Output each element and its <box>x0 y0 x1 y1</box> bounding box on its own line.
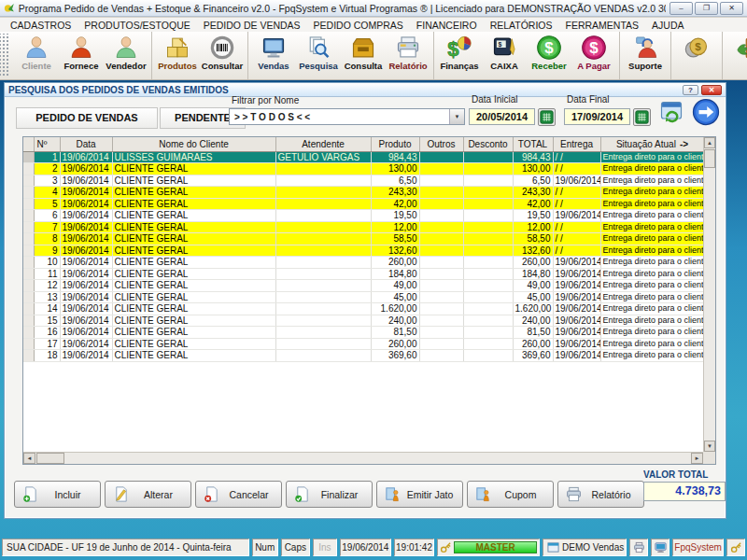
alterar-button[interactable]: Alterar <box>105 481 191 508</box>
row-selector-cell[interactable] <box>23 303 34 315</box>
order-row[interactable]: 2 19/06/2014 CLIENTE GERAL 130,00 130,00… <box>23 163 704 175</box>
order-row[interactable]: 15 19/06/2014 CLIENTE GERAL 240,00 240,0… <box>23 315 704 327</box>
col-data[interactable]: Data <box>60 137 112 151</box>
tab-pedido-de-vendas[interactable]: PEDIDO DE VENDAS <box>16 107 158 129</box>
order-row[interactable]: 7 19/06/2014 CLIENTE GERAL 12,00 12,00 /… <box>23 221 704 233</box>
vertical-scroll-thumb[interactable] <box>704 149 715 168</box>
toolbar-relatorio-button[interactable]: Relatório <box>386 33 430 78</box>
menu-pedido-de-vendas[interactable]: PEDIDO DE VENDAS <box>197 20 307 31</box>
row-selector-cell[interactable] <box>23 175 34 187</box>
horizontal-scroll-thumb[interactable] <box>36 453 64 464</box>
col-desconto[interactable]: Desconto <box>463 137 513 151</box>
restore-button[interactable]: ❐ <box>695 2 718 15</box>
row-selector-cell[interactable] <box>23 151 34 163</box>
order-row[interactable]: 8 19/06/2014 CLIENTE GERAL 58,50 58,50 /… <box>23 233 704 245</box>
toolbar-consulta-button[interactable]: Consulta <box>341 33 386 78</box>
go-search-button[interactable] <box>692 98 720 126</box>
col-entrega[interactable]: Entrega <box>553 137 600 151</box>
order-row[interactable]: 3 19/06/2014 CLIENTE GERAL 6,50 6,50 19/… <box>23 175 704 187</box>
row-selector-cell[interactable] <box>23 210 34 222</box>
row-selector-cell[interactable] <box>23 257 34 269</box>
toolbar-coins-button[interactable]: $ <box>674 33 719 78</box>
menu-financeiro[interactable]: FINANCEIRO <box>410 20 484 31</box>
scroll-up-icon[interactable]: ▲ <box>704 137 715 148</box>
status-computer-segment[interactable] <box>651 539 669 556</box>
col-total[interactable]: TOTAL <box>513 137 553 151</box>
order-row[interactable]: 5 19/06/2014 CLIENTE GERAL 42,00 42,00 /… <box>23 198 704 210</box>
row-selector-cell[interactable] <box>23 163 34 175</box>
data-inicial-calendar-button[interactable] <box>538 108 556 126</box>
toolbar-pesquisa-button[interactable]: Pesquisa <box>296 33 341 78</box>
row-selector-cell[interactable] <box>23 280 34 292</box>
panel-help-button[interactable]: ? <box>683 85 698 95</box>
toolbar-caixa-button[interactable]: $ CAIXA <box>482 33 527 78</box>
row-selector-cell[interactable] <box>23 268 34 280</box>
toolbar-exit-button[interactable]: EXIT <box>726 33 747 78</box>
menu-ferramentas[interactable]: FERRAMENTAS <box>559 20 646 31</box>
order-row[interactable]: 18 19/06/2014 CLIENTE GERAL 369,60 369,6… <box>23 350 704 362</box>
col-produto[interactable]: Produto <box>371 137 419 151</box>
minimize-button[interactable]: – <box>669 2 693 15</box>
row-selector-cell[interactable] <box>23 350 34 362</box>
cancelar-button[interactable]: Cancelar <box>195 481 282 508</box>
toolbar-vendas-button[interactable]: Vendas <box>251 33 296 78</box>
order-row[interactable]: 4 19/06/2014 CLIENTE GERAL 243,30 243,30… <box>23 187 704 199</box>
col-outros[interactable]: Outros <box>419 137 463 151</box>
row-selector-cell[interactable] <box>23 291 34 303</box>
toolbar-produtos-button[interactable]: Produtos <box>155 33 200 78</box>
toolbar-a-pagar-button[interactable]: $ A Pagar <box>571 33 616 78</box>
order-row[interactable]: 14 19/06/2014 CLIENTE GERAL 1.620,00 1.6… <box>23 303 704 315</box>
toolbar-consultar-button[interactable]: Consultar <box>200 33 245 78</box>
row-selector-cell[interactable] <box>23 315 34 327</box>
col-nome-cliente[interactable]: Nome do Cliente <box>112 137 275 151</box>
finalizar-button[interactable]: Finalizar <box>286 481 373 508</box>
order-row[interactable]: 16 19/06/2014 CLIENTE GERAL 81,50 81,50 … <box>23 327 704 339</box>
menu-relatorios[interactable]: RELATÓRIOS <box>484 20 559 31</box>
menu-produtos-estoque[interactable]: PRODUTOS/ESTOQUE <box>78 20 196 31</box>
scroll-right-icon[interactable]: ► <box>691 453 703 464</box>
relatorio-button[interactable]: Relatório <box>557 481 644 508</box>
client-filter-dropdown[interactable]: > > T O D O S < < ▼ <box>229 108 465 125</box>
toolbar-suporte-button[interactable]: Suporte <box>623 33 668 78</box>
row-selector-cell[interactable] <box>23 338 34 350</box>
toolbar-receber-button[interactable]: $ Receber <box>527 33 571 78</box>
scroll-down-icon[interactable]: ▼ <box>704 441 715 452</box>
vertical-scrollbar[interactable]: ▲ ▼ <box>703 137 715 452</box>
row-selector-cell[interactable] <box>23 198 34 210</box>
incluir-button[interactable]: Incluir <box>14 481 101 508</box>
order-row[interactable]: 11 19/06/2014 CLIENTE GERAL 184,80 184,8… <box>23 268 704 280</box>
col-atendente[interactable]: Atendente <box>275 137 371 151</box>
cupom-button[interactable]: Cupom <box>467 481 554 508</box>
col-numero[interactable]: Nº <box>34 137 60 151</box>
horizontal-scrollbar[interactable]: ◄ ► <box>23 452 703 464</box>
order-row[interactable]: 12 19/06/2014 CLIENTE GERAL 49,00 49,00 … <box>23 280 704 292</box>
row-selector-cell[interactable] <box>23 327 34 339</box>
order-row[interactable]: 17 19/06/2014 CLIENTE GERAL 260,00 260,0… <box>23 338 704 350</box>
row-selector-cell[interactable] <box>23 187 34 199</box>
row-selector-cell[interactable] <box>23 221 34 233</box>
toolbar-fornece-button[interactable]: Fornece <box>59 33 104 78</box>
data-final-field[interactable]: 17/09/2014 <box>564 108 630 125</box>
col-situacao[interactable]: Situação Atual-> <box>600 137 704 151</box>
close-button[interactable]: ✕ <box>720 2 743 15</box>
data-inicial-field[interactable]: 20/05/2014 <box>469 108 535 125</box>
menu-pedido-compras[interactable]: PEDIDO COMPRAS <box>307 20 410 31</box>
data-final-calendar-button[interactable] <box>633 108 651 126</box>
refresh-button[interactable] <box>658 99 684 125</box>
menu-cadastros[interactable]: CADASTROS <box>4 20 78 31</box>
order-row[interactable]: 1 19/06/2014 ULISSES GUIMARAES GETULIO V… <box>23 151 704 163</box>
order-row[interactable]: 10 19/06/2014 CLIENTE GERAL 260,00 260,0… <box>23 257 704 269</box>
row-selector-cell[interactable] <box>23 233 34 245</box>
order-row[interactable]: 9 19/06/2014 CLIENTE GERAL 132,60 132,60… <box>23 245 704 257</box>
emitir-jato-button[interactable]: Emitir Jato <box>376 481 463 508</box>
toolbar-cliente-button[interactable]: Cliente <box>14 33 59 78</box>
toolbar-financas-button[interactable]: $ Finanças <box>437 33 482 78</box>
toolbar-vendedor-button[interactable]: Vendedor <box>104 33 148 78</box>
menu-ajuda[interactable]: AJUDA <box>645 20 690 31</box>
order-row[interactable]: 6 19/06/2014 CLIENTE GERAL 19,50 19,50 1… <box>23 210 704 222</box>
order-row[interactable]: 13 19/06/2014 CLIENTE GERAL 45,00 45,00 … <box>23 291 704 303</box>
panel-close-button[interactable]: ✕ <box>701 85 722 95</box>
dropdown-arrow-icon[interactable]: ▼ <box>449 109 464 124</box>
row-selector-cell[interactable] <box>23 245 34 257</box>
status-printer-segment[interactable] <box>629 539 648 556</box>
